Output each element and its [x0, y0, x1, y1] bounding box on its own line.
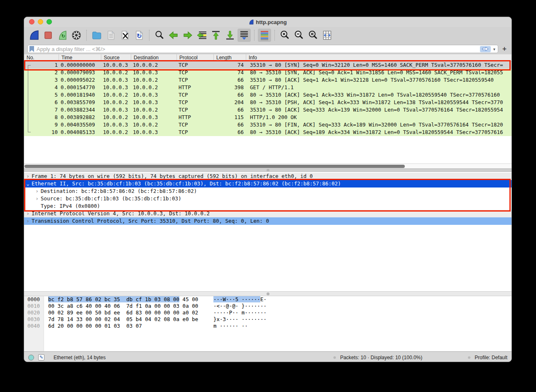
column-header-protocol[interactable]: Protocol: [177, 54, 214, 61]
packet-row[interactable]: 40.00015477010.0.0.310.0.0.2HTTP398GET /…: [24, 84, 512, 91]
cell-protocol: TCP: [177, 121, 214, 129]
hex-bytes[interactable]: bc f2 b8 57 86 02 bc 35 db cf 1b 03 08 0…: [44, 296, 205, 303]
packet-row[interactable]: 10.00000000010.0.0.310.0.0.2TCP7435310 →…: [24, 61, 512, 69]
display-filter-input[interactable]: Apply a display filter ... <⌘/> ▾: [27, 45, 498, 53]
detail-row[interactable]: ›Transmission Control Protocol, Src Port…: [24, 217, 512, 225]
zoom-original-button[interactable]: [306, 29, 320, 42]
hex-line[interactable]: 00406d 20 00 00 00 00 01 03 03 07m ·····…: [24, 323, 512, 329]
hex-bytes[interactable]: 00 3c a8 c6 40 00 40 06 7d f1 0a 00 00 0…: [44, 303, 205, 309]
hex-bytes[interactable]: 6d 20 00 00 00 00 01 03 03 07: [44, 323, 205, 329]
chevron-right-icon[interactable]: ›: [24, 210, 32, 217]
packet-row[interactable]: 50.00018194010.0.0.210.0.0.3TCP6680 → 35…: [24, 91, 512, 99]
hex-line[interactable]: 001000 3c a8 c6 40 00 40 06 7d f1 0a 00 …: [24, 303, 512, 309]
zoom-in-button[interactable]: [278, 29, 291, 42]
wireshark-start-capture-button[interactable]: [27, 29, 41, 42]
resize-columns-button[interactable]: [321, 29, 334, 42]
main-toolbar: ↻ ↻: [24, 27, 512, 44]
packet-row[interactable]: 30.00009502210.0.0.310.0.0.2TCP6635310 →…: [24, 76, 512, 84]
restart-capture-button[interactable]: ↻: [56, 29, 69, 42]
capture-options-button[interactable]: [70, 29, 83, 42]
column-header-no[interactable]: No.: [24, 54, 59, 61]
chevron-right-icon[interactable]: ›: [33, 187, 41, 195]
filter-bookmark-icon[interactable]: [29, 46, 34, 52]
filter-history-dropdown-icon[interactable]: ▾: [493, 47, 496, 51]
hex-ascii[interactable]: ·<··@·@· }·······: [205, 303, 267, 309]
close-file-button[interactable]: [118, 29, 132, 42]
horizontal-scrollbar[interactable]: [24, 163, 512, 168]
chevron-right-icon[interactable]: ›: [24, 217, 32, 225]
packet-row[interactable]: 60.00385570910.0.0.210.0.0.3TCP20480 → 3…: [24, 99, 512, 106]
cell-time: 0.004085133: [59, 129, 101, 136]
ascii-selected-chars: ···W···5 ······: [213, 296, 260, 302]
chevron-right-icon[interactable]: ›: [33, 195, 41, 202]
stop-capture-button[interactable]: [42, 29, 55, 42]
title-bar[interactable]: http.pcapng: [24, 17, 512, 27]
cell-protocol: TCP: [177, 61, 214, 69]
hex-bytes[interactable]: 00 02 89 ee 00 50 bd ee 6d 83 00 00 00 0…: [44, 309, 205, 316]
go-to-packet-button[interactable]: [195, 29, 208, 42]
detail-row-text: Ethernet II, Src: bc:35:db:cf:1b:03 (bc:…: [32, 180, 341, 187]
detail-row[interactable]: ›Frame 1: 74 bytes on wire (592 bits), 7…: [24, 173, 512, 180]
open-file-button[interactable]: [90, 29, 103, 42]
pane-splitter[interactable]: [24, 168, 512, 172]
packet-row[interactable]: 80.00389288210.0.0.210.0.0.3HTTP115HTTP/…: [24, 114, 512, 121]
colorize-packets-button[interactable]: [258, 29, 271, 42]
expert-info-icon[interactable]: [28, 355, 34, 360]
packet-row[interactable]: 70.00388234410.0.0.310.0.0.2TCP6635310 →…: [24, 106, 512, 114]
hex-bytes-segment: 6d 20 00 00 00 00 01 03 03 07: [48, 323, 142, 329]
cell-info: 35310 → 80 [ACK] Seq=333 Ack=139 Win=320…: [246, 106, 512, 114]
packet-row[interactable]: 100.00408513310.0.0.210.0.0.3TCP6680 → 3…: [24, 129, 512, 136]
packet-row[interactable]: 90.00403550910.0.0.310.0.0.2TCP6635310 →…: [24, 121, 512, 129]
auto-scroll-button[interactable]: [237, 29, 251, 42]
chevron-down-icon[interactable]: ⌄: [24, 180, 32, 187]
add-filter-button[interactable]: +: [501, 45, 508, 53]
cell-time: 0.000154770: [59, 84, 101, 91]
cell-time: 0.004035509: [59, 121, 101, 129]
zoom-out-button[interactable]: [292, 29, 306, 42]
apply-filter-button[interactable]: [480, 46, 491, 52]
hex-selected-bytes: bc f2 b8 57 86 02 bc 35 db cf 1b 03 08 0…: [48, 296, 179, 302]
horizontal-scrollbar-handle[interactable]: [24, 165, 405, 168]
go-forward-button[interactable]: [181, 29, 194, 42]
pane-splitter[interactable]: [24, 291, 512, 296]
column-header-destination[interactable]: Destination: [131, 54, 177, 61]
detail-row[interactable]: ⌄Ethernet II, Src: bc:35:db:cf:1b:03 (bc…: [24, 180, 512, 187]
capture-comment-icon[interactable]: ✎: [38, 354, 44, 360]
hex-ascii[interactable]: ·····P·· m·······: [205, 309, 267, 316]
detail-row[interactable]: Type: IPv4 (0x0800): [24, 202, 512, 210]
close-window-button[interactable]: [29, 19, 34, 24]
chevron-right-icon[interactable]: ›: [24, 173, 32, 180]
detail-row[interactable]: ›Destination: bc:f2:b8:57:86:02 (bc:f2:b…: [24, 187, 512, 195]
column-header-info[interactable]: Info: [246, 54, 512, 61]
zoom-window-button[interactable]: [47, 19, 52, 24]
column-header-time[interactable]: Time: [59, 54, 101, 61]
status-packet-counts: Packets: 10 · Displayed: 10 (100.0%): [340, 355, 422, 360]
toolbar-separator: [86, 30, 87, 41]
go-to-top-button[interactable]: [209, 29, 223, 42]
go-to-bottom-button[interactable]: [223, 29, 237, 42]
column-header-length[interactable]: Length: [214, 54, 246, 61]
save-file-button[interactable]: [104, 29, 117, 42]
cell-protocol: TCP: [177, 91, 214, 99]
detail-row[interactable]: ›Source: bc:35:db:cf:1b:03 (bc:35:db:cf:…: [24, 195, 512, 202]
find-packet-button[interactable]: [153, 29, 166, 42]
column-header-source[interactable]: Source: [101, 54, 131, 61]
status-profile[interactable]: Profile: Default: [475, 355, 507, 360]
hex-ascii[interactable]: }x·3···· ········: [205, 316, 267, 323]
go-back-button[interactable]: [167, 29, 180, 42]
detail-rows: ›Frame 1: 74 bytes on wire (592 bits), 7…: [24, 173, 512, 225]
cell-length: 66: [214, 129, 246, 136]
hex-ascii[interactable]: m ······ ··: [205, 323, 248, 329]
detail-row[interactable]: ›Internet Protocol Version 4, Src: 10.0.…: [24, 210, 512, 217]
toolbar-separator: [149, 30, 149, 41]
minimize-window-button[interactable]: [38, 19, 43, 24]
packet-list-pane: No. Time Source Destination Protocol Len…: [24, 54, 512, 168]
reload-file-button[interactable]: ↻: [132, 29, 146, 42]
hex-ascii[interactable]: ···W···5 ······E·: [205, 296, 267, 303]
hex-line[interactable]: 00307d 78 14 33 00 00 02 04 05 b4 04 02 …: [24, 316, 512, 323]
hex-line[interactable]: 0000bc f2 b8 57 86 02 bc 35 db cf 1b 03 …: [24, 296, 512, 303]
detail-row-text: Destination: bc:f2:b8:57:86:02 (bc:f2:b8…: [41, 187, 197, 195]
hex-line[interactable]: 002000 02 89 ee 00 50 bd ee 6d 83 00 00 …: [24, 309, 512, 316]
packet-row[interactable]: 20.00007909310.0.0.210.0.0.3TCP7480 → 35…: [24, 69, 512, 76]
hex-bytes[interactable]: 7d 78 14 33 00 00 02 04 05 b4 04 02 08 0…: [44, 316, 205, 323]
